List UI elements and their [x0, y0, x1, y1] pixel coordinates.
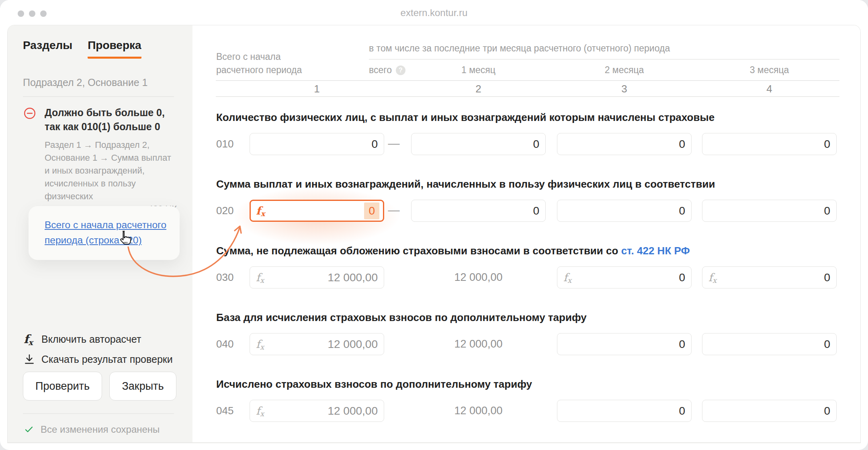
- row-030-col3-input[interactable]: fx0: [557, 266, 692, 288]
- fx-icon: fx: [256, 338, 264, 351]
- fx-icon: fx: [256, 271, 264, 284]
- form-grid: Всего с начала расчетного периода в том …: [192, 25, 860, 442]
- save-status: Все изменения сохранены: [24, 424, 160, 435]
- column-number-1: 1: [250, 83, 384, 95]
- row-045-col4-cell: 0: [702, 400, 837, 422]
- column-number-3: 3: [557, 83, 692, 95]
- check-icon: [24, 424, 34, 435]
- divider: [23, 413, 174, 414]
- row-045-col4-input[interactable]: 0: [702, 400, 837, 422]
- close-button[interactable]: Закрыть: [109, 372, 176, 401]
- download-icon: [24, 354, 41, 365]
- section-title-045: Исчислено страховых взносов по дополните…: [216, 378, 532, 391]
- row-030-col4-cell: fx0: [702, 266, 837, 288]
- row-040-col1-input[interactable]: fx12 000,00: [250, 333, 384, 355]
- fx-icon: fx: [256, 405, 264, 417]
- row-010-col4-input[interactable]: 0: [702, 133, 837, 155]
- row-030-col3-cell: fx0: [557, 266, 692, 288]
- row-040-col4-cell: 0: [702, 333, 837, 355]
- error-title: Должно быть больше 0, так как 010(1) бол…: [45, 106, 177, 133]
- row-020-col1-input[interactable]: fx0: [250, 200, 384, 222]
- row-020-col3-input[interactable]: 0: [557, 200, 692, 222]
- section-title-020: Сумма выплат и иных вознаграждений, начи…: [216, 178, 715, 190]
- sidebar: Разделы Проверка Подраздел 2, Основание …: [8, 25, 192, 442]
- subheader-month-1: 1 месяц: [411, 65, 546, 76]
- fx-icon: fx: [708, 271, 717, 284]
- row-045-col3-input[interactable]: 0: [557, 400, 692, 422]
- row-010-col4-cell: 0: [702, 133, 837, 155]
- section-title-030: Сумма, не подлежащая обложению страховым…: [216, 245, 690, 257]
- row-040-col2-value: 12 000,00: [411, 333, 546, 355]
- tab-bar: Разделы Проверка: [23, 39, 141, 59]
- autocalc-label: Включить авторасчет: [41, 333, 141, 345]
- divider: [23, 96, 174, 97]
- row-code-010: 010: [216, 133, 233, 155]
- row-030-col1-input[interactable]: fx12 000,00: [250, 266, 384, 288]
- subsection-label: Подраздел 2, Основание 1: [23, 77, 147, 88]
- row-code-040: 040: [216, 333, 233, 355]
- section-title-040: База для исчисления страховых взносов по…: [216, 311, 587, 324]
- hand-cursor-icon: [115, 229, 134, 248]
- row-020-col2-cell: 0: [411, 200, 546, 222]
- law-article-link[interactable]: ст. 422 НК РФ: [621, 245, 690, 257]
- span-header: в том числе за последние три месяца расч…: [369, 43, 670, 54]
- header-rule: [216, 96, 839, 97]
- row-045-col1-input[interactable]: fx12 000,00: [250, 400, 384, 422]
- row-010-col3-cell: 0: [557, 133, 692, 155]
- row-040-col3-cell: 0: [557, 333, 692, 355]
- download-check-result-action[interactable]: Скачать результат проверки: [24, 349, 173, 369]
- column-number-4: 4: [702, 83, 837, 95]
- sidebar-buttons: Проверить Закрыть: [23, 372, 176, 401]
- row-010-col1-cell: 0: [250, 133, 384, 155]
- dash-separator: —: [381, 133, 406, 155]
- row-020-col3-cell: 0: [557, 200, 692, 222]
- span-header-underline: [369, 59, 839, 59]
- row-020-col1-cell: fx0: [250, 200, 384, 222]
- row-010-col2-input[interactable]: 0: [411, 133, 546, 155]
- row-040-col3-input[interactable]: 0: [557, 333, 692, 355]
- dash-separator: —: [381, 200, 406, 222]
- row-code-045: 045: [216, 400, 233, 422]
- row-030-col1-cell: fx12 000,00: [250, 266, 384, 288]
- section-title-010: Количество физических лиц, с выплат и ин…: [216, 111, 714, 124]
- column-number-2: 2: [411, 83, 546, 95]
- row-020-col4-input[interactable]: 0: [702, 200, 837, 222]
- row-010-col2-cell: 0: [411, 133, 546, 155]
- row-code-020: 020: [216, 200, 233, 222]
- row-030-col4-input[interactable]: fx0: [702, 266, 837, 288]
- row-045-col2-value: 12 000,00: [411, 400, 546, 422]
- tab-check[interactable]: Проверка: [88, 39, 141, 59]
- check-button[interactable]: Проверить: [23, 372, 102, 401]
- fx-icon: fx: [24, 332, 41, 346]
- browser-topbar: extern.kontur.ru: [0, 0, 868, 25]
- row-010-col3-input[interactable]: 0: [557, 133, 692, 155]
- column-total-header: Всего с начала расчетного периода: [216, 50, 302, 77]
- row-040-col4-input[interactable]: 0: [702, 333, 837, 355]
- sidebar-actions: fx Включить авторасчет Скачать результат…: [24, 329, 173, 369]
- header-rule: [216, 80, 839, 81]
- error-link-card: Всего с начала расчетного периода (строк…: [29, 206, 180, 260]
- download-label: Скачать результат проверки: [41, 354, 173, 365]
- browser-window: extern.kontur.ru Разделы Проверка Подраз…: [0, 0, 868, 450]
- row-code-030: 030: [216, 266, 233, 288]
- save-status-label: Все изменения сохранены: [41, 424, 160, 435]
- address-url: extern.kontur.ru: [0, 7, 868, 18]
- row-030-col2-value: 12 000,00: [411, 266, 546, 288]
- row-040-col1-cell: fx12 000,00: [250, 333, 384, 355]
- row-010-col1-input[interactable]: 0: [250, 133, 384, 155]
- row-020-col2-input[interactable]: 0: [411, 200, 546, 222]
- minus-circle-icon: [24, 107, 36, 119]
- subheader-all: всего ?: [369, 65, 405, 76]
- all-label: всего: [369, 65, 392, 76]
- row-020-col4-cell: 0: [702, 200, 837, 222]
- subheader-month-3: 3 месяца: [702, 65, 837, 76]
- enable-autocalc-action[interactable]: fx Включить авторасчет: [24, 329, 173, 349]
- subheader-month-2: 2 месяца: [557, 65, 692, 76]
- goto-field-link[interactable]: Всего с начала расчетного периода (строк…: [45, 219, 166, 245]
- row-045-col3-cell: 0: [557, 400, 692, 422]
- tab-sections[interactable]: Разделы: [23, 39, 72, 59]
- help-icon[interactable]: ?: [396, 65, 405, 75]
- row-045-col1-cell: fx12 000,00: [250, 400, 384, 422]
- app-card: Разделы Проверка Подраздел 2, Основание …: [7, 25, 861, 443]
- fx-icon: fx: [256, 205, 265, 217]
